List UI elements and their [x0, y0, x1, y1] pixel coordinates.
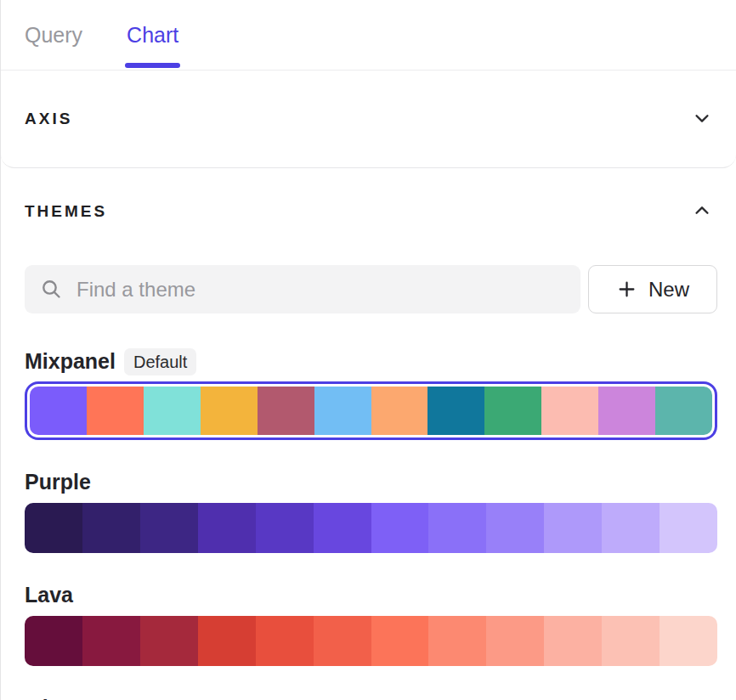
color-swatch: [82, 503, 140, 553]
theme-default-badge: Default: [124, 348, 196, 375]
color-swatch: [258, 387, 314, 435]
color-swatch: [541, 387, 598, 435]
color-swatch: [82, 616, 140, 666]
color-swatch: [25, 503, 82, 553]
axis-section[interactable]: AXIS: [1, 71, 736, 168]
themes-section: THEMES: [1, 168, 736, 700]
color-swatch: [144, 387, 201, 435]
color-swatch: [198, 616, 256, 666]
theme-search-input[interactable]: [76, 265, 565, 313]
color-swatch: [660, 503, 717, 553]
color-swatch: [256, 616, 314, 666]
chevron-down-icon: [693, 109, 711, 130]
color-swatch: [371, 616, 429, 666]
color-swatch: [314, 503, 371, 553]
search-icon: [40, 278, 63, 301]
axis-expand-button[interactable]: [690, 107, 714, 131]
axis-section-title: AXIS: [25, 110, 72, 128]
theme-swatch-row[interactable]: [25, 503, 717, 553]
theme-name: Mixpanel: [25, 349, 116, 374]
color-swatch: [484, 387, 541, 435]
new-theme-button[interactable]: New: [588, 265, 717, 313]
selected-theme-frame: [25, 381, 717, 440]
themes-collapse-button[interactable]: [690, 200, 714, 223]
color-swatch: [371, 503, 429, 553]
color-swatch: [427, 387, 484, 435]
theme-item: Mixpanel Default: [25, 348, 717, 440]
theme-list: Mixpanel Default Purple Lava Mist: [1, 348, 736, 700]
color-swatch: [428, 503, 486, 553]
theme-name: Lava: [25, 583, 73, 607]
color-swatch: [660, 616, 717, 666]
theme-name: Mist: [25, 696, 67, 700]
color-swatch: [140, 503, 198, 553]
theme-search-row: New: [25, 265, 717, 313]
color-swatch: [314, 387, 371, 435]
themes-section-header[interactable]: THEMES: [1, 200, 736, 223]
color-swatch: [602, 503, 660, 553]
color-swatch: [486, 503, 544, 553]
color-swatch: [602, 616, 660, 666]
color-swatch: [544, 616, 602, 666]
color-swatch: [544, 503, 602, 553]
color-swatch: [314, 616, 371, 666]
color-swatch: [140, 616, 198, 666]
tab-query[interactable]: Query: [25, 0, 82, 70]
tab-bar: Query Chart: [1, 0, 736, 71]
color-swatch: [198, 503, 256, 553]
plus-icon: [616, 279, 637, 300]
color-swatch: [30, 387, 87, 435]
color-swatch: [87, 387, 144, 435]
new-theme-button-label: New: [648, 278, 689, 302]
theme-item: Mist: [25, 695, 717, 700]
color-swatch: [371, 387, 428, 435]
theme-item: Purple: [25, 469, 717, 553]
tab-chart[interactable]: Chart: [127, 0, 178, 70]
color-swatch: [428, 616, 486, 666]
theme-item: Lava: [25, 582, 717, 666]
color-swatch: [25, 616, 82, 666]
color-swatch: [598, 387, 655, 435]
themes-section-title: THEMES: [25, 202, 107, 221]
theme-search-box[interactable]: [25, 265, 580, 313]
chart-settings-panel: Query Chart AXIS THEMES: [0, 0, 736, 700]
theme-name: Purple: [25, 470, 91, 494]
color-swatch: [655, 387, 712, 435]
color-swatch: [201, 387, 258, 435]
color-swatch: [486, 616, 544, 666]
theme-swatch-row-selected[interactable]: [30, 387, 712, 435]
color-swatch: [256, 503, 314, 553]
theme-swatch-row[interactable]: [25, 616, 717, 666]
chevron-up-icon: [693, 201, 711, 223]
